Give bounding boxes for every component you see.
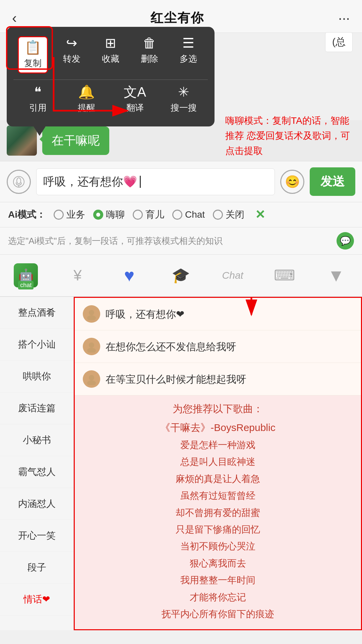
haijiao-annotation: 嗨聊模式：复制TA的话，智能推荐 恋爱回复话术及歌词，可点击提取 [225, 113, 353, 158]
quote-icon: ❝ [34, 85, 42, 99]
suggestion-text-0: 呼吸，还有想你❤ [106, 307, 184, 322]
toolbar-graduation[interactable]: 🎓 [155, 265, 207, 286]
suggestion-avatar-0 [83, 305, 100, 323]
main-content: 整点酒肴 搭个小讪 哄哄你 废话连篇 小秘书 霸气怼人 内涵怼人 开心一笑 段子… [0, 297, 362, 630]
lyric-2: 麻烦的真是让人着急 [83, 471, 353, 487]
svg-point-10 [89, 375, 94, 380]
lyric-6: 当初不顾伤心哭泣 [83, 538, 353, 555]
sidebar-item-1[interactable]: 搭个小讪 [0, 329, 73, 361]
toolbar-robot[interactable]: 🤖 chat [0, 260, 52, 291]
song-area: 为您推荐以下歌曲： 《干嘛去》-BoysRepublic 爱是怎样一种游戏 总是… [75, 395, 361, 629]
forward-icon: ↪ [66, 36, 77, 50]
song-title: 《干嘛去》-BoysRepublic [83, 419, 353, 437]
suggestion-2[interactable]: 在等宝贝什么时候才能想起我呀 [75, 363, 361, 395]
forward-button[interactable]: ↪ 转发 [57, 36, 87, 73]
close-ai-button[interactable]: ✕ [255, 208, 265, 222]
mode-yuer[interactable]: 育儿 [133, 208, 164, 221]
heart-icon: ♥ [124, 267, 134, 284]
suggestion-0[interactable]: 呼吸，还有想你❤ [75, 298, 361, 330]
lyric-10: 抚平内心所有你留下的痕迹 [83, 606, 353, 623]
search-button[interactable]: ✳ 搜一搜 [169, 85, 199, 114]
lyric-7: 狠心离我而去 [83, 555, 353, 572]
sidebar-item-0[interactable]: 整点酒肴 [0, 297, 73, 329]
song-intro: 为您推荐以下歌曲： [83, 402, 353, 416]
sidebar-item-8[interactable]: 段子 [0, 552, 73, 584]
translate-button[interactable]: 文A 翻译 [120, 85, 150, 114]
delete-button[interactable]: 🗑 删除 [134, 36, 165, 73]
toolbar-keyboard[interactable]: ⌨ [258, 265, 310, 286]
sidebar-item-3[interactable]: 废话连篇 [0, 392, 73, 424]
sidebar-item-6[interactable]: 内涵怼人 [0, 488, 73, 520]
mode-business[interactable]: 业务 [54, 208, 85, 221]
emoji-button[interactable]: 😊 [280, 170, 304, 194]
suggestion-avatar-2 [83, 370, 100, 388]
hint-text: 选定"Ai模式"后，复制一段话，可推荐该模式相关的知识 [8, 235, 223, 247]
ai-mode-label: Ai模式： [8, 208, 46, 221]
sidebar-item-5[interactable]: 霸气怼人 [0, 456, 73, 488]
money-icon: ¥ [73, 268, 81, 283]
context-menu-row2: ❝ 引用 🔔 提醒 文A 翻译 ✳ 搜一搜 [13, 85, 208, 114]
multiselect-button[interactable]: ☰ 多选 [173, 36, 203, 73]
toolbar-chat-text[interactable]: Chat [207, 266, 258, 284]
suggestion-text-2: 在等宝贝什么时候才能想起我呀 [106, 372, 246, 387]
robot-icon: 🤖 chat [14, 263, 38, 287]
search-icon: ✳ [178, 85, 189, 99]
svg-point-9 [87, 348, 96, 353]
total-badge: (总 [325, 32, 353, 52]
translate-icon: 文A [124, 85, 146, 99]
page-title: 红尘有你 [150, 9, 204, 26]
mode-close[interactable]: 关闭 [213, 208, 244, 221]
received-message: 在干嘛呢 [42, 126, 109, 155]
suggestion-text-1: 在想你怎么还不发信息给我呀 [106, 339, 236, 354]
hint-chat-icon[interactable]: 💬 [337, 232, 354, 250]
collect-icon: ⊞ [105, 36, 116, 50]
quote-button[interactable]: ❝ 引用 [23, 85, 53, 114]
left-sidebar: 整点酒肴 搭个小讪 哄哄你 废话连篇 小秘书 霸气怼人 内涵怼人 开心一笑 段子… [0, 297, 74, 630]
mic-button[interactable] [7, 170, 31, 194]
back-button[interactable]: ‹ [12, 10, 17, 26]
radio-yuer[interactable] [133, 210, 143, 220]
keyboard-icon: ⌨ [274, 268, 295, 283]
remind-icon: 🔔 [78, 85, 95, 99]
message-input[interactable]: 呼吸，还有想你💗 [36, 168, 275, 195]
input-area: 呼吸，还有想你💗 😊 发送 [0, 161, 362, 202]
multiselect-icon: ☰ [182, 36, 194, 50]
lyric-9: 才能将你忘记 [83, 589, 353, 606]
sidebar-item-7[interactable]: 开心一笑 [0, 520, 73, 552]
svg-point-2 [17, 178, 21, 184]
delete-icon: 🗑 [143, 36, 156, 50]
collect-button[interactable]: ⊞ 收藏 [96, 36, 126, 73]
toolbar-heart[interactable]: ♥ [104, 263, 155, 287]
hint-bar: 选定"Ai模式"后，复制一段话，可推荐该模式相关的知识 💬 [0, 227, 362, 255]
lyric-8: 我用整整一年时间 [83, 572, 353, 589]
send-button[interactable]: 发送 [310, 167, 355, 196]
remind-button[interactable]: 🔔 提醒 [71, 85, 102, 114]
toolbar-money[interactable]: ¥ [52, 265, 103, 286]
lyric-1: 总是叫人目眩神迷 [83, 453, 353, 470]
svg-point-7 [87, 315, 96, 320]
lyric-3: 虽然有过短暂曾经 [83, 487, 353, 504]
toolbar-row: 🤖 chat ¥ ♥ 🎓 Chat ⌨ ▼ [0, 255, 362, 297]
lyric-4: 却不曾拥有爱的甜蜜 [83, 504, 353, 521]
mode-haijiao[interactable]: 嗨聊 [93, 208, 125, 221]
sidebar-item-2[interactable]: 哄哄你 [0, 361, 73, 392]
radio-business[interactable] [54, 210, 64, 220]
sidebar-item-4[interactable]: 小秘书 [0, 424, 73, 456]
radio-chat[interactable] [172, 210, 182, 220]
toolbar-dropdown[interactable]: ▼ [310, 262, 362, 289]
more-button[interactable]: ··· [338, 10, 350, 26]
mode-chat[interactable]: Chat [172, 209, 205, 220]
graduation-icon: 🎓 [172, 268, 190, 283]
radio-close[interactable] [213, 210, 223, 220]
right-panel: 呼吸，还有想你❤ 在想你怎么还不发信息给我呀 在等宝贝什么时候才能想起我呀 [74, 297, 362, 630]
suggestion-1[interactable]: 在想你怎么还不发信息给我呀 [75, 330, 361, 363]
sender-avatar [7, 125, 37, 156]
suggestion-avatar-1 [83, 338, 100, 355]
dropdown-icon: ▼ [327, 265, 345, 285]
lyric-0: 爱是怎样一种游戏 [83, 437, 353, 453]
radio-haijiao[interactable] [93, 210, 103, 220]
sidebar-item-9[interactable]: 情话❤ [0, 584, 73, 615]
svg-point-11 [87, 380, 96, 385]
mode-chat-label: Chat [185, 209, 205, 220]
mode-haijiao-label: 嗨聊 [106, 208, 125, 221]
